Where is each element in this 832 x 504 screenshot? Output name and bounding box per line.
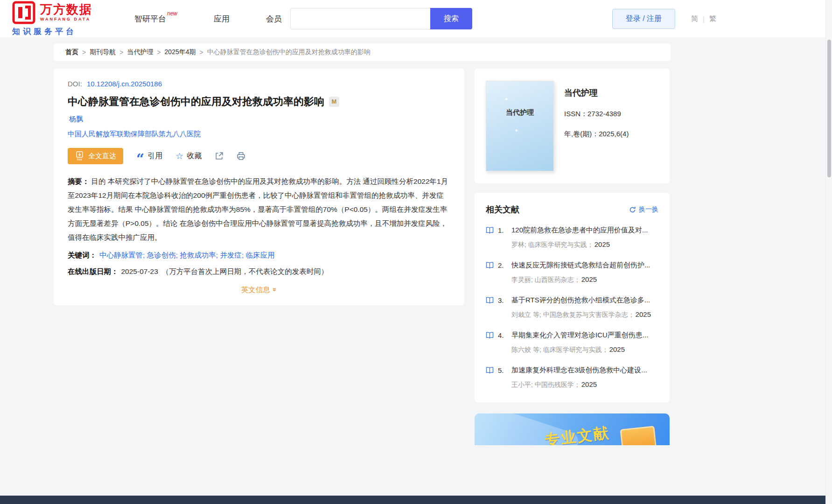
keyword-link[interactable]: 抢救成功率 bbox=[180, 251, 220, 259]
chevron-down-icon: » bbox=[271, 287, 279, 291]
breadcrumb-separator: > bbox=[119, 49, 123, 56]
fulltext-button[interactable]: free 全文直达 bbox=[68, 148, 123, 164]
header-right: 登录 / 注册 简 | 繁 bbox=[612, 9, 716, 29]
abstract-label: 摘要： bbox=[68, 177, 90, 185]
affiliation-link[interactable]: 中国人民解放军联勤保障部队第九八八医院 bbox=[68, 130, 450, 139]
related-card: 相关文献 换一换 1. 120院前急救在急诊患者中的应用价值及对... 罗 bbox=[475, 193, 670, 402]
doi-label: DOI: bbox=[68, 80, 82, 88]
breadcrumb-separator: > bbox=[157, 49, 161, 56]
related-item: 2. 快速反应无隙衔接链式急救结合超前创伤护... 李灵丽; 山西医药杂志；20… bbox=[486, 261, 658, 285]
doi-link[interactable]: 10.12208/j.cn.20250186 bbox=[87, 80, 162, 88]
breadcrumb-journal[interactable]: 当代护理 bbox=[127, 48, 153, 56]
breadcrumb-issue[interactable]: 2025年4期 bbox=[165, 48, 196, 56]
refresh-icon bbox=[629, 206, 636, 213]
english-info-toggle[interactable]: 英文信息» bbox=[241, 286, 277, 294]
article-card: DOI: 10.12208/j.cn.20250186 中心静脉置管在急诊创伤中… bbox=[54, 69, 464, 305]
related-item: 3. 基于RTS评分的创伤抢救小组模式在急诊多... 刘栽立 等; 中国急救复苏… bbox=[486, 296, 658, 320]
search-button[interactable]: 搜索 bbox=[430, 8, 472, 29]
lang-simplified[interactable]: 简 bbox=[691, 14, 698, 23]
volume-value: 2025,6(4) bbox=[599, 130, 629, 138]
cite-button[interactable]: “ 引用 bbox=[136, 151, 162, 161]
quote-icon: “ bbox=[136, 152, 144, 160]
nav-applications[interactable]: 应用 bbox=[214, 14, 230, 24]
journal-cover[interactable]: 当代护理 bbox=[486, 81, 554, 171]
volume-label: 年,卷(期)： bbox=[564, 130, 599, 138]
nav-zhiyan-platform[interactable]: 智研平台new bbox=[134, 13, 177, 24]
publish-date-note: （万方平台首次上网日期，不代表论文的发表时间） bbox=[162, 267, 329, 275]
related-item-year: 2025 bbox=[581, 275, 597, 283]
related-item-meta: 罗林; 临床医学研究与实践； bbox=[511, 241, 594, 248]
related-item-link[interactable]: 基于RTS评分的创伤抢救小组模式在急诊多... bbox=[511, 296, 658, 305]
article-title: 中心静脉置管在急诊创伤中的应用及对抢救成功率的影响 bbox=[68, 95, 324, 109]
language-switch: 简 | 繁 bbox=[691, 14, 716, 23]
abstract: 摘要：目的 本研究探讨了中心静脉置管在急诊创伤中的应用及其对抢救成功率的影响。方… bbox=[68, 175, 450, 245]
related-item-meta: 李灵丽; 山西医药杂志； bbox=[511, 276, 580, 283]
wanfang-logo-icon bbox=[12, 1, 35, 24]
nav-member-label: 会员 bbox=[266, 14, 282, 23]
logo-subtitle: WANFANG DATA bbox=[40, 17, 92, 21]
author-link[interactable]: 杨飘 bbox=[69, 115, 83, 123]
logo-tagline: 知识服务平台 bbox=[12, 26, 105, 37]
scrollbar-thumb[interactable] bbox=[827, 40, 831, 177]
related-item-meta: 刘栽立 等; 中国急救复苏与灾害医学杂志； bbox=[511, 311, 635, 318]
share-icon bbox=[215, 152, 224, 161]
cite-label: 引用 bbox=[147, 151, 162, 161]
related-item-link[interactable]: 早期集束化介入管理对急诊ICU严重创伤患... bbox=[511, 331, 658, 340]
journal-info: 当代护理 ISSN：2732-4389 年,卷(期)：2025,6(4) bbox=[564, 81, 629, 171]
related-item-index: 2. bbox=[498, 261, 507, 269]
share-button[interactable] bbox=[215, 152, 224, 161]
related-item-meta: 陈六姣 等; 临床医学研究与实践； bbox=[511, 346, 608, 353]
related-item-index: 4. bbox=[498, 331, 507, 339]
print-button[interactable] bbox=[237, 152, 245, 161]
related-header: 相关文献 换一换 bbox=[486, 204, 658, 215]
article-title-row: 中心静脉置管在急诊创伤中的应用及对抢救成功率的影响 M bbox=[68, 95, 450, 109]
breadcrumb: 首页 > 期刊导航 > 当代护理 > 2025年4期 > 中心静脉置管在急诊创伤… bbox=[54, 43, 671, 61]
article-actions: free 全文直达 “ 引用 ☆ 收藏 bbox=[68, 148, 450, 164]
related-item-index: 1. bbox=[498, 226, 507, 234]
keyword-link[interactable]: 急诊创伤 bbox=[147, 251, 180, 259]
related-item-year: 2025 bbox=[609, 345, 625, 353]
promo-banner-text: 专业文献 bbox=[544, 423, 611, 445]
book-icon bbox=[486, 332, 494, 339]
keywords-line: 关键词：中心静脉置管急诊创伤抢救成功率并发症临床应用 bbox=[68, 251, 450, 260]
book-icon bbox=[486, 262, 494, 269]
breadcrumb-journal-nav[interactable]: 期刊导航 bbox=[90, 48, 116, 56]
journal-volume-line: 年,卷(期)：2025,6(4) bbox=[564, 130, 629, 139]
nav-member[interactable]: 会员 bbox=[266, 14, 282, 24]
related-item-index: 5. bbox=[498, 366, 507, 374]
nav-applications-label: 应用 bbox=[214, 14, 230, 23]
related-item-link[interactable]: 120院前急救在急诊患者中的应用价值及对... bbox=[511, 226, 658, 235]
promo-banner[interactable]: 专业文献 bbox=[475, 413, 670, 445]
related-item-link[interactable]: 加速康复外科理念在3级创伤急救中心建设... bbox=[511, 366, 658, 375]
search-input[interactable] bbox=[290, 8, 430, 29]
search-box: 搜索 bbox=[290, 8, 472, 29]
fulltext-label: 全文直达 bbox=[88, 152, 116, 161]
favorite-button[interactable]: ☆ 收藏 bbox=[175, 151, 202, 161]
related-item-index: 3. bbox=[498, 296, 507, 304]
keyword-link[interactable]: 并发症 bbox=[220, 251, 245, 259]
promo-book-icon bbox=[620, 426, 657, 445]
lang-traditional[interactable]: 繁 bbox=[709, 14, 716, 23]
keyword-link[interactable]: 临床应用 bbox=[246, 251, 275, 259]
journal-name[interactable]: 当代护理 bbox=[564, 87, 629, 98]
publish-date-label: 在线出版日期： bbox=[68, 267, 119, 275]
issn-value: 2732-4389 bbox=[587, 110, 621, 118]
publish-date: 2025-07-23 bbox=[121, 267, 158, 275]
journal-card: 当代护理 当代护理 ISSN：2732-4389 年,卷(期)：2025,6(4… bbox=[475, 69, 670, 183]
related-item-year: 2025 bbox=[594, 240, 610, 248]
login-register-button[interactable]: 登录 / 注册 bbox=[612, 9, 675, 29]
footer-bar bbox=[0, 496, 832, 504]
breadcrumb-home[interactable]: 首页 bbox=[65, 48, 78, 56]
header: 万方数据 WANFANG DATA 知识服务平台 智研平台new 应用 会员 搜… bbox=[0, 0, 832, 37]
keyword-link[interactable]: 中心静脉置管 bbox=[99, 251, 147, 259]
breadcrumb-separator: > bbox=[82, 49, 86, 56]
site-logo[interactable]: 万方数据 WANFANG DATA 知识服务平台 bbox=[12, 1, 105, 37]
related-item-meta: 王小平; 中国伤残医学； bbox=[511, 381, 580, 388]
new-badge: new bbox=[167, 10, 177, 17]
doi-line: DOI: 10.12208/j.cn.20250186 bbox=[68, 80, 450, 88]
refresh-related-button[interactable]: 换一换 bbox=[629, 205, 658, 214]
related-item-link[interactable]: 快速反应无隙衔接链式急救结合超前创伤护... bbox=[511, 261, 658, 270]
lang-divider: | bbox=[703, 15, 705, 23]
scrollbar[interactable] bbox=[825, 0, 832, 504]
right-sidebar: 当代护理 当代护理 ISSN：2732-4389 年,卷(期)：2025,6(4… bbox=[475, 69, 670, 445]
